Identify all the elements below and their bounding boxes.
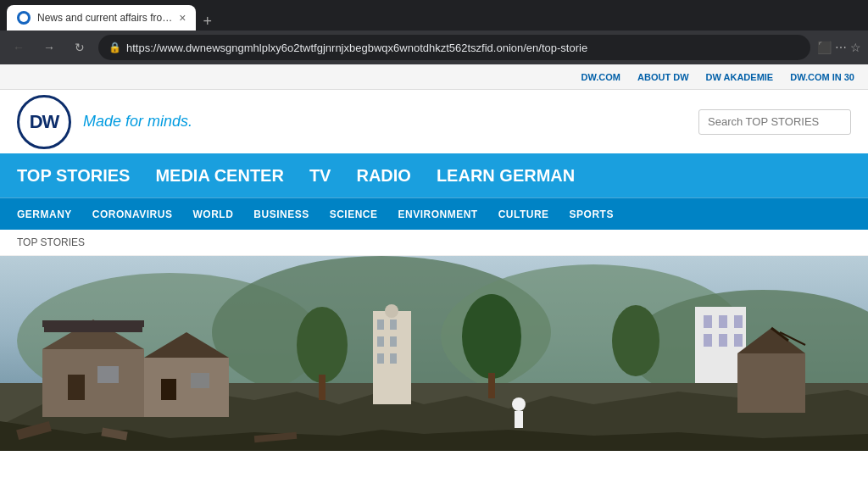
- svg-rect-37: [737, 353, 805, 413]
- active-tab[interactable]: News and current affairs fro… ×: [7, 5, 196, 31]
- svg-rect-18: [42, 320, 144, 327]
- browser-chrome: News and current affairs fro… × +: [0, 0, 868, 31]
- tab-favicon: [17, 11, 31, 25]
- utility-link-akademie[interactable]: DW AKADEMIE: [706, 72, 774, 82]
- breadcrumb: TOP STORIES: [0, 230, 868, 256]
- utility-bar: DW.COM ABOUT DW DW AKADEMIE DW.COM IN 30: [0, 64, 868, 90]
- svg-point-32: [297, 307, 348, 383]
- svg-rect-33: [319, 375, 326, 400]
- star-icon[interactable]: ☆: [850, 41, 861, 54]
- sub-nav-item-business[interactable]: BUSINESS: [253, 208, 309, 220]
- site-header: DW Made for minds.: [0, 90, 868, 153]
- main-nav-item-tv[interactable]: TV: [309, 166, 331, 186]
- svg-rect-23: [191, 373, 209, 388]
- reload-icon: ↻: [75, 41, 85, 54]
- svg-rect-8: [734, 315, 743, 328]
- sub-nav-item-environment[interactable]: ENVIRONMENT: [398, 208, 478, 220]
- svg-rect-22: [161, 379, 176, 400]
- svg-rect-7: [719, 315, 727, 328]
- svg-rect-35: [488, 373, 495, 398]
- url-text: https://www.dwnewsgngmhlplxy6o2twtfgjnrn…: [126, 42, 800, 54]
- tab-close-button[interactable]: ×: [179, 11, 186, 25]
- svg-rect-28: [390, 336, 397, 347]
- main-nav-item-radio[interactable]: RADIO: [356, 166, 410, 186]
- back-button[interactable]: ←: [7, 36, 31, 59]
- logo-text: DW: [30, 111, 59, 133]
- svg-rect-30: [390, 353, 397, 364]
- hero-scene: [0, 256, 868, 451]
- svg-rect-42: [515, 411, 523, 428]
- svg-point-34: [462, 294, 521, 379]
- svg-rect-25: [377, 320, 384, 330]
- utility-link-dwcom[interactable]: DW.COM: [581, 72, 620, 82]
- svg-rect-16: [68, 375, 85, 400]
- svg-rect-10: [719, 334, 727, 347]
- menu-icon[interactable]: ⋯: [835, 41, 847, 54]
- sub-nav-item-world[interactable]: WORLD: [192, 208, 233, 220]
- sub-nav-item-science[interactable]: SCIENCE: [330, 208, 378, 220]
- forward-button[interactable]: →: [37, 36, 61, 59]
- main-nav: TOP STORIES MEDIA CENTER TV RADIO LEARN …: [0, 153, 868, 197]
- bookmark-icon[interactable]: ⬛: [817, 41, 832, 54]
- hero-image-area: [0, 256, 868, 451]
- back-icon: ←: [13, 41, 25, 54]
- svg-rect-26: [390, 320, 397, 330]
- svg-rect-17: [97, 366, 119, 383]
- utility-link-aboutdw[interactable]: ABOUT DW: [637, 72, 689, 82]
- svg-rect-19: [44, 327, 142, 332]
- sub-nav-item-sports[interactable]: SPORTS: [570, 208, 614, 220]
- svg-rect-29: [377, 353, 384, 364]
- logo-area: DW Made for minds.: [17, 95, 192, 149]
- svg-rect-27: [377, 336, 384, 347]
- svg-rect-14: [42, 349, 144, 417]
- tab-bar: News and current affairs fro… × +: [7, 0, 219, 31]
- svg-point-41: [512, 397, 526, 411]
- svg-rect-9: [704, 334, 712, 347]
- main-nav-item-media-center[interactable]: MEDIA CENTER: [155, 166, 283, 186]
- dw-logo[interactable]: DW: [17, 95, 71, 149]
- svg-point-31: [385, 304, 398, 318]
- reload-button[interactable]: ↻: [68, 36, 92, 59]
- search-input[interactable]: [698, 109, 851, 135]
- address-bar-row: ← → ↻ 🔒 https://www.dwnewsgngmhlplxy6o2t…: [0, 31, 868, 64]
- tagline: Made for minds.: [83, 113, 192, 131]
- sub-nav-item-coronavirus[interactable]: CORONAVIRUS: [92, 208, 173, 220]
- forward-icon: →: [43, 41, 55, 54]
- main-nav-item-learn-german[interactable]: LEARN GERMAN: [437, 166, 575, 186]
- breadcrumb-label: TOP STORIES: [17, 236, 85, 248]
- address-bar-actions: ⬛ ⋯ ☆: [817, 41, 861, 54]
- lock-icon: 🔒: [108, 42, 121, 53]
- tab-title: News and current affairs fro…: [37, 12, 172, 24]
- svg-point-36: [612, 305, 659, 376]
- sub-nav-item-germany[interactable]: GERMANY: [17, 208, 72, 220]
- new-tab-button[interactable]: +: [196, 13, 219, 31]
- svg-rect-20: [144, 358, 229, 417]
- utility-link-dwin30[interactable]: DW.COM IN 30: [790, 72, 854, 82]
- main-nav-item-top-stories[interactable]: TOP STORIES: [17, 166, 130, 186]
- address-bar[interactable]: 🔒 https://www.dwnewsgngmhlplxy6o2twtfgjn…: [98, 35, 810, 60]
- sub-nav-item-culture[interactable]: CULTURE: [498, 208, 549, 220]
- svg-rect-11: [734, 334, 743, 347]
- svg-rect-6: [704, 315, 712, 328]
- sub-nav: GERMANY CORONAVIRUS WORLD BUSINESS SCIEN…: [0, 197, 868, 230]
